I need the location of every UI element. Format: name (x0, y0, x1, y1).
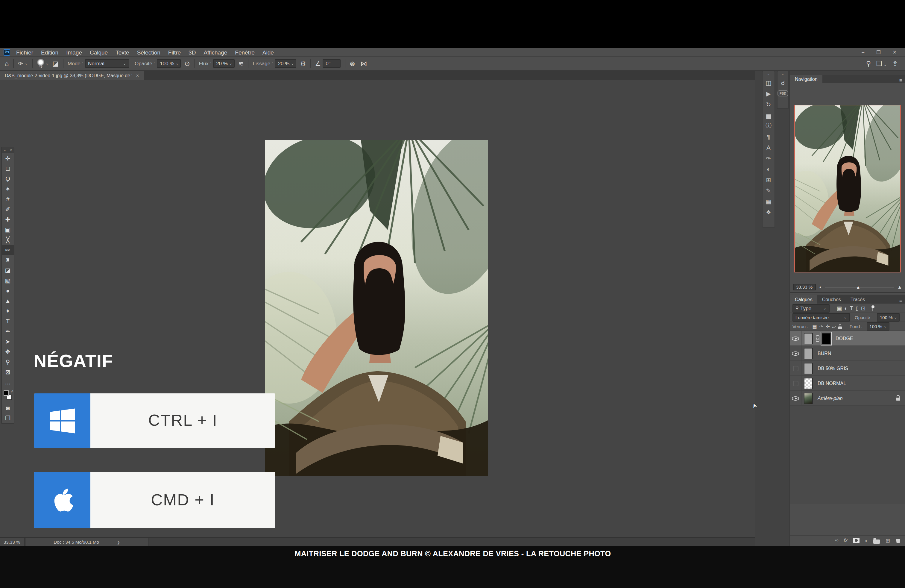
layer-thumbnail[interactable] (804, 378, 813, 389)
brushes-icon[interactable]: ✑ (766, 153, 771, 164)
filter-type-layers-icon[interactable]: T (850, 305, 853, 311)
menu-selection[interactable]: Sélection (137, 49, 160, 56)
layer-filter-dropdown[interactable]: ⚲ Type ⌄ (792, 304, 830, 312)
info-icon[interactable]: ⓘ (765, 120, 772, 131)
zoom-out-icon[interactable]: ▲ (819, 286, 822, 289)
gear-icon[interactable]: ⚙ (300, 60, 306, 67)
search-icon[interactable]: ⚲ (866, 60, 871, 67)
blend-mode-dropdown[interactable]: Normal ⌄ (85, 59, 129, 68)
tab-close-icon[interactable]: × (136, 73, 139, 78)
link-layers-icon[interactable]: ∞ (835, 538, 838, 543)
filter-adjustment-layers-icon[interactable]: ◐ (844, 305, 848, 311)
menu-image[interactable]: Image (66, 49, 82, 56)
tool-zoom[interactable]: ⚲ (2, 357, 14, 367)
menu-filtre[interactable]: Filtre (168, 49, 181, 56)
menu-fenetre[interactable]: Fenêtre (235, 49, 255, 56)
lock-artboard-icon[interactable]: ▱ (832, 324, 835, 329)
brush-settings-panel-icon[interactable]: ◪ (52, 60, 59, 67)
character-icon[interactable]: A (767, 142, 770, 153)
layer-name[interactable]: DB 50% GRIS (818, 366, 848, 371)
adjustments-icon[interactable]: ◐ (767, 164, 770, 174)
clone-source-icon[interactable]: ⊞ (766, 174, 771, 185)
panel-menu-icon[interactable]: ≡ (899, 78, 905, 83)
layer-thumbnail[interactable] (804, 362, 813, 374)
visibility-toggle[interactable] (790, 331, 802, 345)
tab-traces[interactable]: Tracés (846, 295, 870, 304)
toolbox-collapse-icon[interactable]: » (3, 148, 6, 152)
visibility-toggle[interactable] (790, 376, 802, 390)
smoothing-dropdown[interactable]: 20 % ⌄ (275, 59, 297, 68)
menu-fichier[interactable]: Fichier (16, 49, 33, 56)
brush-tool-icon[interactable]: ✑ (17, 60, 23, 67)
layer-name[interactable]: DB NORMAL (818, 380, 846, 386)
swap-colors-icon[interactable]: ⇄ (11, 389, 13, 393)
actions-icon[interactable]: ▶ (766, 88, 771, 99)
add-mask-icon[interactable] (853, 538, 859, 543)
tool-default-colors[interactable]: ⊠ (2, 367, 14, 377)
tool-pen[interactable]: ✒ (2, 326, 14, 337)
foreground-color-swatch[interactable] (3, 390, 9, 396)
lock-all-icon[interactable] (838, 326, 842, 329)
tool-healing[interactable]: ✚ (2, 215, 14, 224)
tool-frame[interactable]: ▣ (2, 224, 14, 235)
open-document-image[interactable] (265, 140, 488, 476)
paragraph-icon[interactable]: ¶ (767, 131, 770, 142)
close-button[interactable]: ✕ (893, 49, 897, 55)
tool-path-select[interactable]: ➤ (2, 337, 14, 347)
layer-opacity-dropdown[interactable]: 100 % ⌄ (877, 313, 900, 321)
tool-screen-mode[interactable]: ❐ (2, 413, 14, 423)
tab-navigation[interactable]: Navigation (790, 75, 822, 83)
tool-smudge[interactable]: ✦ (2, 306, 14, 316)
histogram-icon[interactable]: ▅ (766, 110, 771, 120)
new-group-icon[interactable] (873, 539, 880, 544)
menu-calque[interactable]: Calque (90, 49, 108, 56)
filter-shape-layers-icon[interactable]: ▯ (856, 305, 859, 311)
layer-row-dodge[interactable]: DODGE (790, 331, 905, 346)
tool-lasso[interactable]: Ϙ (2, 174, 14, 184)
menu-affichage[interactable]: Affichage (203, 49, 227, 56)
layer-blend-mode-dropdown[interactable]: Lumière tamisée ⌄ (792, 313, 850, 321)
new-layer-icon[interactable]: ⊞ (886, 537, 890, 544)
tool-crop[interactable]: # (2, 194, 14, 204)
navigator-zoom-field[interactable]: 33,33 % (793, 284, 816, 291)
toolbox-close-icon[interactable]: × (10, 148, 12, 152)
chevron-down-icon[interactable]: ⌄ (25, 61, 28, 66)
brush-angle-field[interactable]: 0° (322, 59, 341, 68)
layer-name[interactable]: BURN (818, 351, 831, 356)
layer-mask-thumbnail[interactable] (822, 333, 831, 344)
tool-clone-stamp[interactable]: ♜ (2, 255, 14, 265)
symmetry-icon[interactable]: ⋈ (360, 60, 367, 67)
tab-couches[interactable]: Couches (817, 295, 846, 304)
tool-brush-selected[interactable]: ✑ (2, 245, 14, 255)
workspace-icon[interactable]: ❏⌄ (876, 60, 887, 67)
chevron-down-icon[interactable]: ⌄ (46, 61, 49, 66)
tool-gradient[interactable]: ▧ (2, 275, 14, 286)
tool-slice[interactable]: ╳ (2, 235, 14, 245)
menu-texte[interactable]: Texte (116, 49, 129, 56)
airbrush-icon[interactable]: ≋ (238, 60, 244, 67)
status-expander-icon[interactable]: ❯ (117, 540, 120, 544)
layer-thumbnail[interactable] (804, 348, 813, 359)
layer-name[interactable]: DODGE (835, 335, 853, 341)
patterns-icon[interactable]: ▦ (766, 196, 772, 207)
filter-pixel-layers-icon[interactable]: ▣ (837, 305, 842, 311)
flow-dropdown[interactable]: 20 % ⌄ (213, 59, 235, 68)
pressure-size-icon[interactable]: ⊛ (349, 60, 355, 67)
lock-position-icon[interactable]: ✛ (826, 324, 830, 329)
photoshop-app-icon[interactable]: Ps (3, 49, 10, 56)
tool-sharpen[interactable]: ▲ (2, 296, 14, 306)
layer-row-arriere-plan[interactable]: Arrière-plan (790, 391, 905, 406)
mask-link-icon[interactable] (816, 335, 819, 342)
menu-3d[interactable]: 3D (189, 49, 196, 56)
tool-quick-mask[interactable]: ◙ (2, 403, 14, 413)
tool-hand[interactable]: ✥ (2, 347, 14, 357)
status-zoom-field[interactable]: 33,33 % (0, 538, 24, 546)
visibility-toggle[interactable] (790, 361, 802, 375)
lock-transparency-icon[interactable]: ▦ (813, 324, 817, 329)
share-panel-icon[interactable]: ☌ (781, 77, 785, 88)
restore-button[interactable]: ❐ (876, 49, 880, 55)
visibility-toggle[interactable] (790, 346, 802, 361)
tool-eyedropper[interactable]: ✐ (2, 204, 14, 215)
filter-toggle-pin-icon[interactable] (872, 305, 875, 308)
document-tab[interactable]: D&B_module-2-video-1.jpg @ 33,3% (DODGE,… (0, 71, 144, 80)
